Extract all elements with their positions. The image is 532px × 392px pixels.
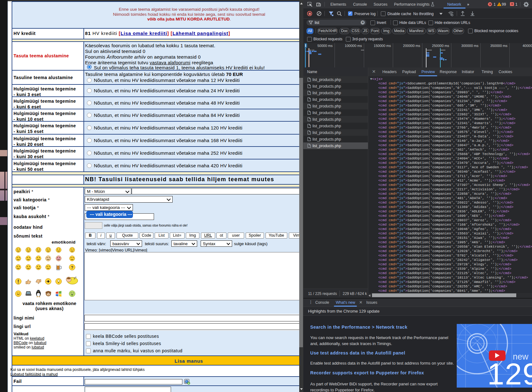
svg-text:z: z xyxy=(75,276,77,278)
svg-text:?: ? xyxy=(71,265,73,270)
